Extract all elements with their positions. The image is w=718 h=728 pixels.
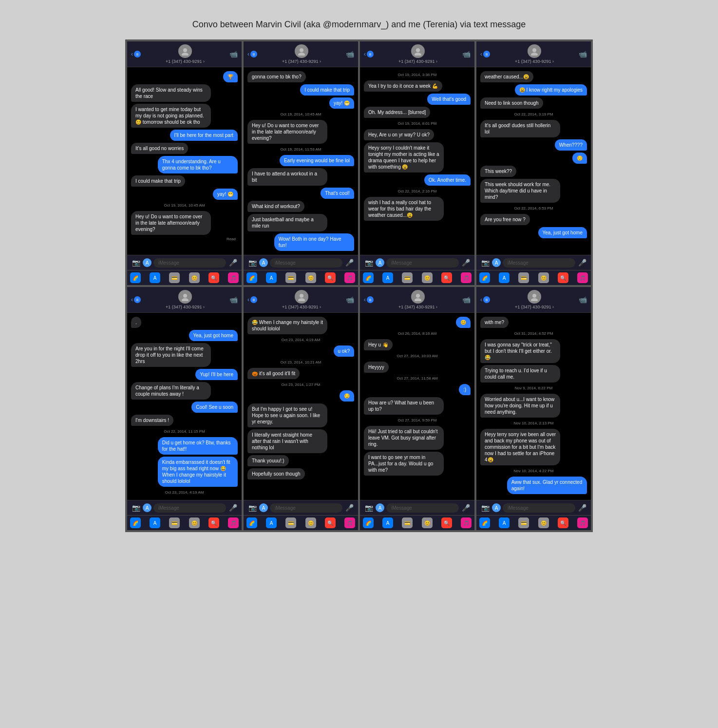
video-icon[interactable]: 📹 [229, 50, 238, 58]
multitasking-icon[interactable]: 🌈 [246, 272, 257, 283]
camera-icon[interactable]: 📷 [480, 503, 490, 513]
multitasking-icon[interactable]: 🌈 [363, 272, 374, 283]
emoji-icon[interactable]: 😊 [189, 272, 200, 283]
camera-icon[interactable]: 📷 [480, 258, 490, 268]
badge: 8 [367, 296, 374, 303]
search-icon[interactable]: 🔍 [208, 517, 219, 528]
back-button[interactable]: ‹ 8 [480, 51, 490, 57]
multitasking-icon[interactable]: 🌈 [479, 517, 490, 528]
applepay-icon[interactable]: 💳 [285, 517, 296, 528]
video-icon[interactable]: 📹 [462, 50, 471, 58]
appstore-icon[interactable]: A [266, 517, 277, 528]
emoji-icon[interactable]: 😊 [422, 272, 433, 283]
search-icon[interactable]: 🔍 [325, 272, 336, 283]
audio-icon[interactable]: 🎤 [344, 503, 354, 513]
video-icon[interactable]: 📹 [229, 296, 238, 304]
app-icon[interactable]: A [259, 503, 268, 512]
multitasking-icon[interactable]: 🌈 [363, 517, 374, 528]
received-message: Heyyyy [364, 362, 389, 373]
message-input[interactable]: iMessage [270, 258, 342, 268]
video-icon[interactable]: 📹 [346, 50, 354, 58]
audio-icon[interactable]: 🎤 [577, 503, 587, 513]
multitasking-icon[interactable]: 🌈 [130, 517, 141, 528]
message-input[interactable]: iMessage [503, 258, 575, 268]
app-icon[interactable]: A [259, 258, 268, 267]
video-icon[interactable]: 📹 [579, 50, 587, 58]
camera-icon[interactable]: 📷 [247, 503, 257, 513]
music-icon[interactable]: 🎵 [577, 272, 588, 283]
received-message: Oh. My address... [blurred] [364, 107, 430, 118]
back-button[interactable]: ‹ 8 [364, 51, 374, 57]
applepay-icon[interactable]: 💳 [169, 517, 180, 528]
camera-icon[interactable]: 📷 [131, 503, 141, 513]
app-icon[interactable]: A [492, 258, 501, 267]
music-icon[interactable]: 🎵 [577, 517, 588, 528]
app-icon[interactable]: A [143, 258, 151, 267]
audio-icon[interactable]: 🎤 [461, 503, 471, 513]
audio-icon[interactable]: 🎤 [577, 258, 587, 268]
video-icon[interactable]: 📹 [462, 296, 471, 304]
message-input[interactable]: iMessage [153, 503, 226, 513]
multitasking-icon[interactable]: 🌈 [246, 517, 257, 528]
audio-icon[interactable]: 🎤 [228, 503, 238, 513]
back-button[interactable]: ‹ 8 [247, 51, 257, 57]
appstore-icon[interactable]: A [499, 272, 510, 283]
multitasking-icon[interactable]: 🌈 [130, 272, 141, 283]
back-button[interactable]: ‹ 8 [480, 296, 490, 303]
app-icon[interactable]: A [376, 503, 384, 512]
audio-icon[interactable]: 🎤 [344, 258, 354, 268]
messages-area: 🏆All good! Slow and steady wins the race… [127, 67, 242, 255]
emoji-icon[interactable]: 😊 [189, 517, 200, 528]
emoji-icon[interactable]: 😊 [538, 517, 549, 528]
audio-icon[interactable]: 🎤 [461, 258, 471, 268]
message-input[interactable]: iMessage [386, 503, 459, 513]
appstore-icon[interactable]: A [150, 272, 160, 283]
music-icon[interactable]: 🎵 [344, 517, 355, 528]
search-icon[interactable]: 🔍 [441, 272, 452, 283]
search-icon[interactable]: 🔍 [558, 517, 568, 528]
message-input[interactable]: iMessage [270, 503, 342, 513]
emoji-icon[interactable]: 😊 [305, 272, 316, 283]
camera-icon[interactable]: 📷 [131, 258, 141, 268]
emoji-icon[interactable]: 😊 [538, 272, 549, 283]
back-button[interactable]: ‹ 8 [131, 296, 141, 303]
appstore-icon[interactable]: A [382, 272, 393, 283]
back-button[interactable]: ‹ 8 [364, 296, 374, 303]
app-icon[interactable]: A [376, 258, 384, 267]
multitasking-icon[interactable]: 🌈 [479, 272, 490, 283]
search-icon[interactable]: 🔍 [325, 517, 336, 528]
music-icon[interactable]: 🎵 [461, 517, 472, 528]
applepay-icon[interactable]: 💳 [402, 517, 413, 528]
back-button[interactable]: ‹ 8 [247, 296, 257, 303]
applepay-icon[interactable]: 💳 [402, 272, 413, 283]
video-icon[interactable]: 📹 [346, 296, 354, 304]
music-icon[interactable]: 🎵 [228, 272, 239, 283]
music-icon[interactable]: 🎵 [461, 272, 472, 283]
message-input[interactable]: iMessage [503, 503, 575, 513]
emoji-icon[interactable]: 😊 [305, 517, 316, 528]
appstore-icon[interactable]: A [150, 517, 160, 528]
message-input[interactable]: iMessage [386, 258, 459, 268]
music-icon[interactable]: 🎵 [344, 272, 355, 283]
applepay-icon[interactable]: 💳 [169, 272, 180, 283]
search-icon[interactable]: 🔍 [441, 517, 452, 528]
search-icon[interactable]: 🔍 [208, 272, 219, 283]
appstore-icon[interactable]: A [266, 272, 277, 283]
applepay-icon[interactable]: 💳 [518, 272, 529, 283]
appstore-icon[interactable]: A [499, 517, 510, 528]
applepay-icon[interactable]: 💳 [518, 517, 529, 528]
video-icon[interactable]: 📹 [579, 296, 587, 304]
search-icon[interactable]: 🔍 [558, 272, 568, 283]
camera-icon[interactable]: 📷 [247, 258, 257, 268]
app-icon[interactable]: A [143, 503, 151, 512]
emoji-icon[interactable]: 😊 [422, 517, 433, 528]
app-icon[interactable]: A [492, 503, 501, 512]
music-icon[interactable]: 🎵 [228, 517, 239, 528]
audio-icon[interactable]: 🎤 [228, 258, 238, 268]
appstore-icon[interactable]: A [382, 517, 393, 528]
camera-icon[interactable]: 📷 [364, 503, 374, 513]
message-input[interactable]: iMessage [153, 258, 226, 268]
applepay-icon[interactable]: 💳 [285, 272, 296, 283]
back-button[interactable]: ‹ 8 [131, 51, 141, 57]
camera-icon[interactable]: 📷 [364, 258, 374, 268]
